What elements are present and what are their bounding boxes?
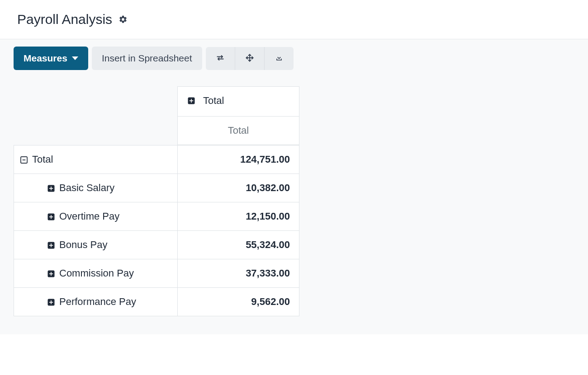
- pivot-corner-2: [14, 117, 177, 145]
- cell-value[interactable]: 12,150.00: [177, 202, 299, 231]
- plus-square-icon: [47, 298, 56, 307]
- table-row: Overtime Pay12,150.00: [14, 202, 299, 231]
- svg-rect-16: [51, 272, 52, 276]
- swap-icon: [216, 53, 225, 64]
- page-title: Payroll Analysis: [17, 12, 112, 27]
- svg-rect-2: [191, 99, 192, 103]
- row-header[interactable]: Commission Pay: [14, 259, 177, 288]
- caret-down-icon: [72, 56, 78, 60]
- minus-square-icon: [19, 155, 28, 164]
- row-header[interactable]: Total: [14, 145, 177, 174]
- measures-button[interactable]: Measures: [14, 47, 88, 70]
- row-header[interactable]: Overtime Pay: [14, 202, 177, 231]
- download-button[interactable]: [264, 47, 294, 70]
- table-row: Bonus Pay55,324.00: [14, 231, 299, 259]
- flip-axis-button[interactable]: [206, 47, 235, 70]
- toolbar: Measures Insert in Spreadsheet: [0, 39, 588, 77]
- row-label: Performance Pay: [59, 296, 136, 307]
- row-header[interactable]: Basic Salary: [14, 174, 177, 202]
- table-row: Basic Salary10,382.00: [14, 174, 299, 202]
- plus-square-icon: [47, 184, 56, 193]
- plus-square-icon: [187, 96, 196, 105]
- insert-spreadsheet-label: Insert in Spreadsheet: [102, 53, 192, 64]
- plus-square-icon: [47, 241, 56, 250]
- plus-square-icon: [47, 212, 56, 221]
- svg-rect-19: [51, 300, 52, 304]
- table-row: Commission Pay37,333.00: [14, 259, 299, 288]
- table-row: Total124,751.00: [14, 145, 299, 174]
- column-header-total-label: Total: [203, 95, 224, 107]
- pivot-action-group: [206, 47, 294, 70]
- row-label: Bonus Pay: [59, 239, 107, 250]
- pivot-corner: [14, 86, 177, 117]
- cell-value[interactable]: 9,562.00: [177, 288, 299, 316]
- cell-value[interactable]: 10,382.00: [177, 174, 299, 202]
- column-subheader-label: Total: [228, 125, 249, 136]
- page-header: Payroll Analysis: [0, 0, 588, 39]
- insert-spreadsheet-button[interactable]: Insert in Spreadsheet: [92, 47, 202, 70]
- row-label: Commission Pay: [59, 267, 134, 279]
- cell-value[interactable]: 124,751.00: [177, 145, 299, 174]
- download-icon: [275, 53, 284, 64]
- row-label: Overtime Pay: [59, 211, 119, 222]
- pivot-area: Total Total Total124,751.00Basic Salary1…: [0, 77, 588, 334]
- cell-value[interactable]: 37,333.00: [177, 259, 299, 288]
- expand-all-button[interactable]: [235, 47, 264, 70]
- svg-rect-13: [51, 244, 52, 247]
- table-row: Performance Pay9,562.00: [14, 288, 299, 316]
- plus-square-icon: [47, 269, 56, 278]
- svg-rect-10: [51, 215, 52, 219]
- pivot-table: Total Total Total124,751.00Basic Salary1…: [14, 86, 299, 316]
- move-icon: [245, 53, 254, 64]
- svg-rect-7: [51, 187, 52, 190]
- column-header-total[interactable]: Total: [177, 86, 299, 117]
- pivot-body: Total124,751.00Basic Salary10,382.00Over…: [14, 145, 299, 316]
- gear-icon[interactable]: [119, 15, 128, 24]
- row-header[interactable]: Performance Pay: [14, 288, 177, 316]
- cell-value[interactable]: 55,324.00: [177, 231, 299, 259]
- row-label: Basic Salary: [59, 182, 114, 193]
- column-subheader-total: Total: [177, 117, 299, 145]
- row-label: Total: [32, 154, 53, 165]
- measures-label: Measures: [24, 53, 67, 64]
- row-header[interactable]: Bonus Pay: [14, 231, 177, 259]
